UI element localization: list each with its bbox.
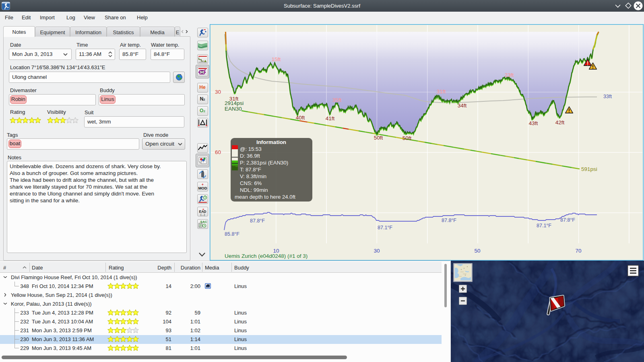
svg-text:CNS: 6%: CNS: 6% [240,180,262,186]
svg-text:mean depth to here 24.0ft: mean depth to here 24.0ft [235,194,295,200]
svg-text:35ft: 35ft [332,97,342,103]
svg-text:87.1°F: 87.1°F [537,223,551,228]
svg-text:Information: Information [256,139,286,145]
svg-text:31ft: 31ft [437,88,446,95]
svg-text:87.8°F: 87.8°F [442,218,456,223]
svg-text:T: 87.8°F: T: 87.8°F [240,167,261,173]
svg-text:D: 36.9ft: D: 36.9ft [240,153,260,159]
svg-text:(...): (...) [200,213,205,216]
svg-text:87.8°F: 87.8°F [250,218,265,224]
svg-text:50: 50 [474,248,480,254]
svg-text:23ft: 23ft [505,72,514,78]
svg-text:43ft: 43ft [529,120,538,126]
svg-text:31ft: 31ft [229,96,239,102]
svg-text:87.1°F: 87.1°F [378,225,392,230]
svg-text:NDL: 99min: NDL: 99min [240,187,268,193]
svg-text:V: 8.3ft/min: V: 8.3ft/min [240,173,266,179]
svg-text:50ft: 50ft [374,135,383,141]
svg-text:41ft: 41ft [326,115,335,121]
svg-text:P: 2,381psi (EAN30): P: 2,381psi (EAN30) [240,160,288,166]
svg-text:Uemis Zurich (e04d0248) (#1 of: Uemis Zurich (e04d0248) (#1 of 3) [225,253,308,259]
svg-text:87:8°F: 87:8°F [560,217,575,223]
svg-text:MOD: MOD [198,186,207,190]
svg-text:15ft: 15ft [272,56,281,62]
svg-text:70: 70 [575,248,581,254]
svg-text:EAN30: EAN30 [225,106,242,112]
svg-text:40ft: 40ft [296,115,305,121]
svg-text:60: 60 [215,149,221,155]
svg-text:30: 30 [215,89,221,95]
svg-text:34ft: 34ft [458,103,467,109]
svg-text:50ft: 50ft [402,135,412,141]
svg-text:591psi: 591psi [581,166,597,172]
svg-text:30: 30 [374,248,380,254]
svg-text:85.8°F: 85.8°F [225,231,239,237]
svg-text:42ft: 42ft [555,119,565,125]
svg-text:33ft: 33ft [603,94,612,99]
svg-text:@: 15:53: @: 15:53 [240,146,262,152]
